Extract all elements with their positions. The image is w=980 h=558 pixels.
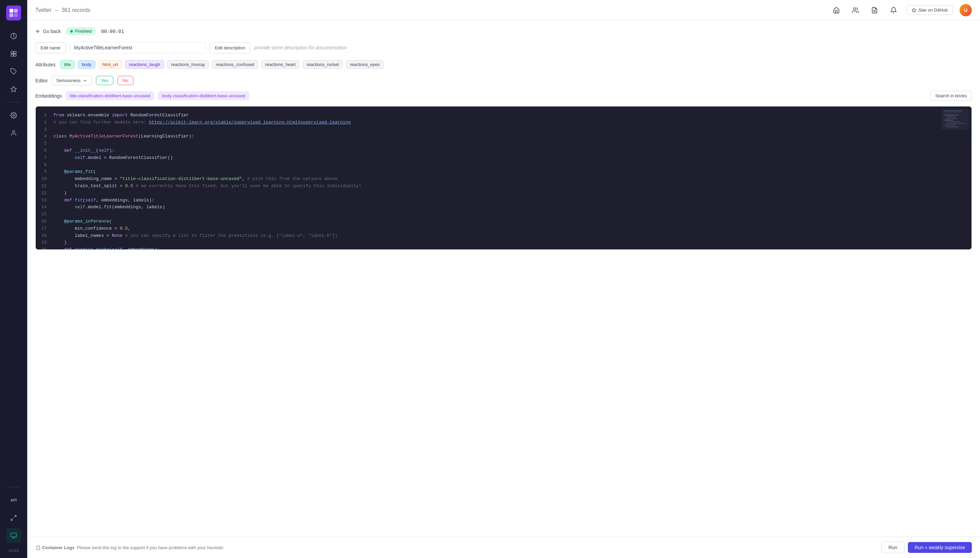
star-github-label: Star on GitHub xyxy=(918,8,948,13)
timer-display: 00:00:01 xyxy=(101,29,124,34)
sidebar-divider-2 xyxy=(7,487,20,487)
attr-tag-reactions-rocket[interactable]: reactions_rocket xyxy=(303,60,343,69)
team-button[interactable] xyxy=(849,4,862,16)
run-supervise-button[interactable]: Run + weakly supervise xyxy=(908,542,972,553)
model-name-display: MyActiveTitleLearnerForest xyxy=(70,42,206,53)
svg-rect-7 xyxy=(11,54,14,56)
status-badge: Finished xyxy=(66,27,95,35)
chevron-down-icon xyxy=(83,78,87,83)
svg-line-14 xyxy=(11,519,13,520)
attr-tag-reactions-confused[interactable]: reactions_confused xyxy=(212,60,258,69)
editor-select-value: Seriousness xyxy=(56,78,81,83)
svg-point-11 xyxy=(13,115,15,117)
edit-row: Edit name MyActiveTitleLearnerForest Edi… xyxy=(35,42,972,53)
header-separator: – xyxy=(55,7,58,13)
attr-tag-reactions-hooray[interactable]: reactions_hooray xyxy=(167,60,209,69)
svg-line-13 xyxy=(14,515,16,517)
edit-description-button[interactable]: Edit description xyxy=(210,42,250,53)
svg-rect-23 xyxy=(942,109,969,130)
editor-select[interactable]: Seriousness xyxy=(52,75,92,85)
svg-rect-6 xyxy=(14,51,16,54)
back-label: Go back xyxy=(43,29,61,34)
sidebar-bottom: API v1.9.0 xyxy=(6,484,21,553)
attributes-row: Attributes title body html_url reactions… xyxy=(35,60,972,69)
sidebar-item-shapes[interactable] xyxy=(6,46,21,61)
embedding-tag-title[interactable]: title-classification-distilbert-base-unc… xyxy=(66,92,154,100)
records-count: 361 records xyxy=(62,7,90,13)
svg-rect-2 xyxy=(10,13,13,17)
description-placeholder: provide some description for documentati… xyxy=(254,42,972,53)
user-avatar[interactable]: U xyxy=(960,4,972,16)
svg-marker-21 xyxy=(912,8,916,12)
attr-tag-title[interactable]: title xyxy=(60,60,74,69)
app-header: Twitter – 361 records Star on GitHub U xyxy=(27,0,980,20)
status-dot xyxy=(70,30,73,33)
svg-marker-10 xyxy=(11,87,17,92)
back-row: Go back Finished 00:00:01 xyxy=(35,27,972,35)
home-button[interactable] xyxy=(830,4,842,16)
svg-point-18 xyxy=(854,8,856,10)
logs-message: Please send this log to the support if y… xyxy=(77,545,223,550)
attr-tag-reactions-heart[interactable]: reactions_heart xyxy=(261,60,299,69)
status-text: Finished xyxy=(75,29,92,34)
line-numbers: 12345678910111213141516171819202122 xyxy=(36,107,51,249)
back-button[interactable]: Go back xyxy=(35,29,61,34)
version-label: v1.9.0 xyxy=(8,548,19,553)
sidebar-item-chart[interactable] xyxy=(6,29,21,44)
svg-rect-5 xyxy=(11,51,14,54)
embedding-tag-body[interactable]: body-classification-distilbert-base-unca… xyxy=(158,92,249,100)
svg-rect-8 xyxy=(14,54,16,56)
page-body: Go back Finished 00:00:01 Edit name MyAc… xyxy=(27,20,980,537)
header-title: Twitter – 361 records xyxy=(35,7,90,13)
app-logo[interactable] xyxy=(6,5,21,20)
svg-point-12 xyxy=(13,131,15,133)
run-button[interactable]: Run xyxy=(882,542,904,553)
edit-name-button[interactable]: Edit name xyxy=(35,42,66,53)
sidebar-item-sparkle[interactable] xyxy=(6,82,21,97)
no-button[interactable]: No xyxy=(117,76,133,85)
logs-icon: 📋 xyxy=(35,545,41,550)
svg-rect-0 xyxy=(10,9,13,13)
code-editor-container: 12345678910111213141516171819202122 from… xyxy=(35,106,972,250)
attr-tag-html-url[interactable]: html_url xyxy=(98,60,122,69)
bottom-actions: Run Run + weakly supervise xyxy=(882,542,972,553)
svg-rect-1 xyxy=(14,9,18,13)
yes-button[interactable]: Yes xyxy=(96,76,113,85)
main-content: Twitter – 361 records Star on GitHub U xyxy=(27,0,980,558)
code-editor[interactable]: 12345678910111213141516171819202122 from… xyxy=(36,107,972,249)
sidebar-item-user[interactable] xyxy=(6,126,21,141)
sidebar-item-expand[interactable] xyxy=(6,510,21,525)
editor-row: Editor Seriousness Yes No xyxy=(35,75,972,85)
svg-rect-15 xyxy=(11,533,17,537)
attr-tag-body[interactable]: body xyxy=(78,60,95,69)
embeddings-label: Embeddings xyxy=(35,93,62,98)
logs-label: Container Logs xyxy=(42,545,74,550)
notifications-button[interactable] xyxy=(888,4,900,16)
header-actions: Star on GitHub U xyxy=(830,4,972,16)
attr-tag-reactions-laugh[interactable]: reactions_laugh xyxy=(125,60,164,69)
container-logs: 📋 Container Logs Please send this log to… xyxy=(35,545,223,550)
code-content[interactable]: from sklearn.ensemble import RandomFores… xyxy=(51,107,972,249)
sidebar-divider xyxy=(7,102,20,102)
dataset-name: Twitter xyxy=(35,7,51,13)
star-github-button[interactable]: Star on GitHub xyxy=(906,5,953,15)
sidebar: API v1.9.0 xyxy=(0,0,27,558)
editor-label: Editor xyxy=(35,78,48,84)
docs-button[interactable] xyxy=(868,4,881,16)
embeddings-row: Embeddings title-classification-distilbe… xyxy=(35,91,972,101)
attributes-label: Attributes xyxy=(35,62,56,67)
sidebar-item-api[interactable]: API xyxy=(6,493,21,508)
svg-rect-3 xyxy=(14,13,18,17)
sidebar-item-terminal[interactable] xyxy=(6,528,21,543)
sidebar-item-tags[interactable] xyxy=(6,64,21,79)
code-minimap xyxy=(942,109,969,130)
bottom-bar: 📋 Container Logs Please send this log to… xyxy=(27,537,980,558)
attr-tag-reactions-eyes[interactable]: reactions_eyes xyxy=(346,60,383,69)
sidebar-item-settings[interactable] xyxy=(6,108,21,123)
search-bricks-button[interactable]: Search in bricks xyxy=(930,91,972,101)
